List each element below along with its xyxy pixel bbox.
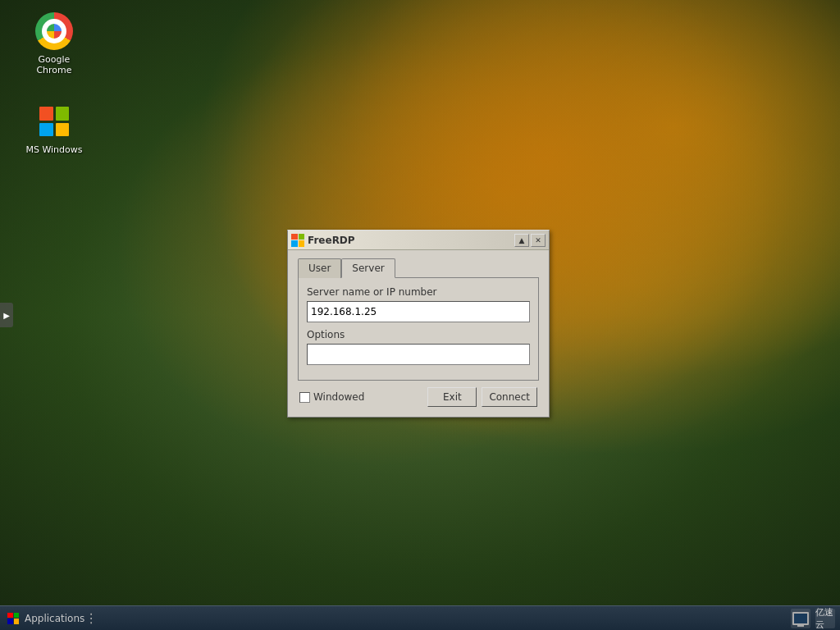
taskbar-right: 亿速云	[791, 609, 835, 628]
taskbar-dots[interactable]: ⋮	[84, 610, 97, 626]
server-input[interactable]	[307, 301, 530, 322]
connect-button[interactable]: Connect	[482, 387, 537, 407]
side-panel-arrow[interactable]: ▶	[0, 303, 13, 327]
taskbar-yiyun-icon[interactable]: 亿速云	[815, 609, 835, 628]
dialog-close-button[interactable]: ✕	[531, 234, 546, 247]
freerdp-dialog: FreeRDP ▲ ✕ User Server Server name or I…	[287, 230, 550, 418]
taskbar-apps-label: Applications	[25, 613, 84, 624]
dialog-tabs: User Server	[298, 258, 539, 278]
tab-user[interactable]: User	[298, 258, 341, 278]
windows-icon-label: MS Windows	[25, 144, 82, 155]
windowed-label: Windowed	[313, 391, 364, 403]
options-label: Options	[307, 329, 530, 340]
dialog-buttons: Windowed Exit Connect	[298, 387, 539, 407]
tab-server[interactable]: Server	[341, 258, 395, 278]
taskbar-apps-section[interactable]: Applications	[5, 610, 84, 627]
dialog-title-buttons: ▲ ✕	[514, 234, 546, 247]
dialog-title-text: FreeRDP	[308, 235, 511, 246]
taskbar-win-icon	[5, 610, 21, 627]
dialog-titlebar: FreeRDP ▲ ✕	[288, 231, 549, 250]
windowed-check-group: Windowed	[299, 391, 364, 403]
chrome-icon	[34, 11, 74, 51]
desktop-icon-chrome[interactable]: Google Chrome	[21, 8, 87, 79]
desktop-icon-mswindows[interactable]: MS Windows	[21, 98, 87, 158]
yiyun-label: 亿速云	[815, 606, 835, 631]
dialog-minimize-button[interactable]: ▲	[514, 234, 529, 247]
options-input[interactable]	[307, 344, 530, 365]
monitor-display-icon	[792, 612, 809, 625]
windowed-checkbox[interactable]	[299, 392, 310, 403]
server-label: Server name or IP number	[307, 286, 530, 298]
dialog-title-icon	[291, 234, 304, 247]
dialog-content: User Server Server name or IP number Opt…	[288, 250, 549, 417]
taskbar-monitor-icon[interactable]	[791, 609, 810, 628]
windows-icon	[34, 102, 74, 141]
chrome-icon-label: Google Chrome	[25, 54, 84, 75]
taskbar: Applications ⋮ 亿速云	[0, 605, 840, 630]
exit-button[interactable]: Exit	[427, 387, 477, 407]
tab-server-content: Server name or IP number Options	[298, 277, 539, 381]
